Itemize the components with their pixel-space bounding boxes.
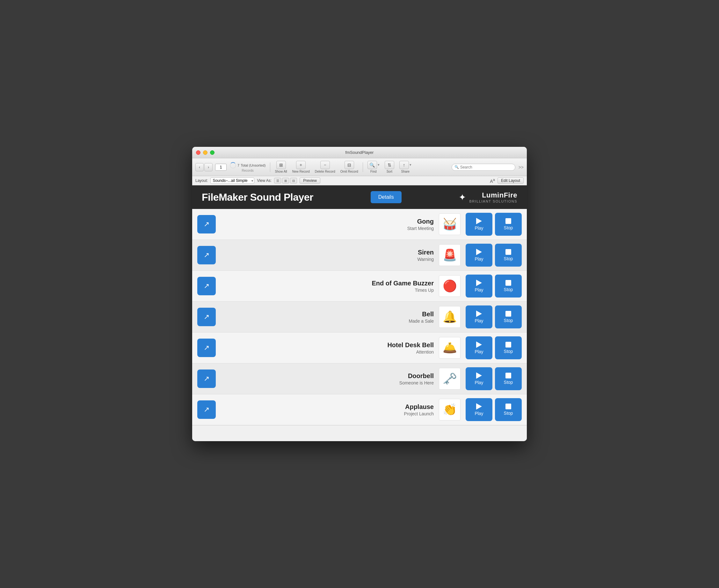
record-actions: Play Stop <box>466 367 522 390</box>
nav-buttons: ‹ › <box>196 163 212 171</box>
records-list: ↗ Gong Start Meeting 🥁 Play Stop <box>192 209 527 425</box>
stop-label: Stop <box>504 380 513 385</box>
stop-label: Stop <box>504 287 513 292</box>
gallery-view-icon[interactable]: ⊟ <box>290 178 297 184</box>
play-icon <box>476 372 482 379</box>
record-subtitle: Project Launch <box>221 411 434 416</box>
table-row: ↗ Bell Made a Sale 🔔 Play Stop <box>192 302 527 333</box>
new-record-button[interactable]: ＋ New Record <box>290 160 312 174</box>
record-image: 🚨 <box>439 244 460 266</box>
separator-1 <box>270 163 270 172</box>
record-number-input[interactable] <box>215 164 227 171</box>
expand-record-button[interactable]: ↗ <box>197 277 216 295</box>
record-info: 7 Total (Unsorted) Records <box>230 162 266 172</box>
expand-arrow-icon: ↗ <box>204 282 209 290</box>
records-label: Records <box>242 169 254 172</box>
play-icon <box>476 280 482 286</box>
list-view-icon[interactable]: ☰ <box>274 178 281 184</box>
main-window: fmSoundPlayer ‹ › 7 Total (Unsorted) Rec… <box>192 147 527 441</box>
record-actions: Play Stop <box>466 244 522 267</box>
record-image: 🛎️ <box>439 337 460 359</box>
edit-layout-button[interactable]: Edit Layout <box>497 177 523 184</box>
record-name-area: Applause Project Launch <box>221 403 439 416</box>
expand-arrow-icon: ↗ <box>204 375 209 383</box>
record-actions: Play Stop <box>466 398 522 421</box>
share-button[interactable]: ↑ ▾ Share <box>397 160 413 174</box>
play-button[interactable]: Play <box>466 275 492 297</box>
share-icon: ↑ <box>399 161 409 169</box>
luminfire-star-icon: ✦ <box>459 192 466 203</box>
nav-forward-button[interactable]: › <box>204 163 212 171</box>
new-record-icon: ＋ <box>296 161 306 169</box>
stop-icon <box>506 404 511 409</box>
table-row: ↗ Doorbell Someone is Here 🗝️ Play Stop <box>192 363 527 394</box>
expand-record-button[interactable]: ↗ <box>197 308 216 326</box>
record-name: Hotel Desk Bell <box>221 341 434 349</box>
preview-button[interactable]: Preview <box>300 177 320 184</box>
play-button[interactable]: Play <box>466 367 492 390</box>
stop-icon <box>506 373 511 378</box>
expand-arrow-icon: ↗ <box>204 344 209 352</box>
table-row: ↗ Gong Start Meeting 🥁 Play Stop <box>192 209 527 240</box>
total-records-text: 7 <box>238 163 239 167</box>
stop-button[interactable]: Stop <box>495 244 522 267</box>
record-actions: Play Stop <box>466 336 522 359</box>
table-view-icon[interactable]: ⊞ <box>282 178 289 184</box>
find-button[interactable]: 🔍 ▾ Find <box>366 160 382 174</box>
expand-record-button[interactable]: ↗ <box>197 215 216 233</box>
close-button[interactable] <box>196 150 201 155</box>
table-row: ↗ Siren Warning 🚨 Play Stop <box>192 240 527 271</box>
play-icon <box>476 341 482 348</box>
play-label: Play <box>475 411 483 416</box>
expand-record-button[interactable]: ↗ <box>197 400 216 419</box>
title-bar: fmSoundPlayer <box>192 147 527 158</box>
stop-button[interactable]: Stop <box>495 398 522 421</box>
record-name-area: Doorbell Someone is Here <box>221 372 439 385</box>
sort-button[interactable]: ⇅ Sort <box>383 160 396 174</box>
record-actions: Play Stop <box>466 275 522 297</box>
play-button[interactable]: Play <box>466 306 492 329</box>
search-box[interactable]: 🔍 <box>452 164 515 171</box>
minimize-button[interactable] <box>203 150 207 155</box>
nav-back-button[interactable]: ‹ <box>196 163 204 171</box>
share-label: Share <box>401 170 410 173</box>
view-as-label: View As: <box>257 178 271 183</box>
delete-record-button[interactable]: － Delete Record <box>313 160 337 174</box>
expand-record-button[interactable]: ↗ <box>197 246 216 265</box>
stop-icon <box>506 218 511 224</box>
maximize-button[interactable] <box>210 150 214 155</box>
table-row: ↗ Hotel Desk Bell Attention 🛎️ Play Stop <box>192 333 527 363</box>
stop-button[interactable]: Stop <box>495 213 522 236</box>
record-name-area: Siren Warning <box>221 249 439 262</box>
share-dropdown-arrow: ▾ <box>410 163 411 167</box>
play-label: Play <box>475 226 483 231</box>
play-label: Play <box>475 256 483 261</box>
expand-record-button[interactable]: ↗ <box>197 370 216 388</box>
play-button[interactable]: Play <box>466 244 492 267</box>
layout-dropdown[interactable]: Sounds–...ail Simple <box>210 177 254 184</box>
record-subtitle: Start Meeting <box>221 226 434 231</box>
show-all-icon: ⊞ <box>276 161 286 169</box>
luminfire-text: LuminFire BRILLIANT SOLUTIONS <box>469 191 517 203</box>
stop-button[interactable]: Stop <box>495 367 522 390</box>
omit-record-button[interactable]: ⊟ Omit Record <box>338 160 360 174</box>
table-row: ↗ End of Game Buzzer Times Up 🔴 Play Sto… <box>192 271 527 302</box>
sort-label: Sort <box>387 170 392 173</box>
expand-toolbar-button[interactable]: >> <box>518 165 523 170</box>
play-icon <box>476 403 482 410</box>
total-label-text: Total (Unsorted) <box>241 163 266 167</box>
show-all-button[interactable]: ⊞ Show All <box>273 160 289 174</box>
stop-button[interactable]: Stop <box>495 275 522 297</box>
stop-button[interactable]: Stop <box>495 306 522 329</box>
search-input[interactable] <box>460 165 512 169</box>
details-button[interactable]: Details <box>371 191 402 203</box>
record-name: Gong <box>221 218 434 225</box>
expand-record-button[interactable]: ↗ <box>197 339 216 357</box>
delete-record-icon: － <box>320 161 330 169</box>
find-dropdown-arrow: ▾ <box>378 163 379 167</box>
play-button[interactable]: Play <box>466 398 492 421</box>
play-label: Play <box>475 287 483 292</box>
stop-button[interactable]: Stop <box>495 336 522 359</box>
play-button[interactable]: Play <box>466 213 492 236</box>
play-button[interactable]: Play <box>466 336 492 359</box>
